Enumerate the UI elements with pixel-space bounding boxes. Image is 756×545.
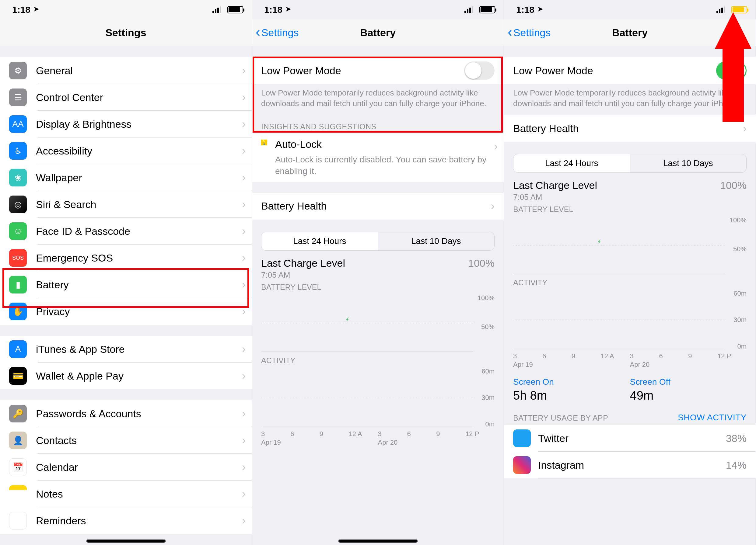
cellular-signal-icon xyxy=(464,6,473,13)
battery-health-row[interactable]: Battery Health › xyxy=(252,193,504,220)
status-bar: 1:18 ➤ xyxy=(252,0,504,19)
app-usage-list: Twitter 38% Instagram 14% xyxy=(504,425,756,478)
reminders-icon: ⋮⋮ xyxy=(9,512,27,529)
settings-group-3: 🔑 Passwords & Accounts › 👤 Contacts › 📅 … xyxy=(0,400,252,534)
red-arrow-annotation xyxy=(715,12,751,122)
chevron-left-icon: ‹ xyxy=(508,25,512,39)
home-indicator[interactable] xyxy=(86,540,166,543)
appstore-icon: A xyxy=(9,340,27,358)
screen-off-value: 49m xyxy=(630,389,747,402)
back-button[interactable]: ‹ Settings xyxy=(508,19,551,46)
settings-row-contacts[interactable]: 👤 Contacts › xyxy=(0,427,252,454)
last-charge-time: 7:05 AM xyxy=(261,271,495,280)
app-usage-row[interactable]: Instagram 14% xyxy=(504,452,756,478)
settings-row-wallet-apple-pay[interactable]: 💳 Wallet & Apple Pay › xyxy=(0,362,252,389)
settings-group-2: A iTunes & App Store › 💳 Wallet & Apple … xyxy=(0,336,252,389)
row-label: Display & Brightness xyxy=(36,118,242,130)
seg-10d[interactable]: Last 10 Days xyxy=(630,154,747,173)
row-label: Contacts xyxy=(36,435,242,446)
sos-icon: SOS xyxy=(9,249,27,267)
low-power-mode-toggle[interactable] xyxy=(464,61,495,80)
chevron-right-icon: › xyxy=(242,343,246,355)
chevron-right-icon: › xyxy=(242,171,246,184)
screen-on-label: Screen On xyxy=(513,377,630,387)
settings-row-privacy[interactable]: ✋ Privacy › xyxy=(0,298,252,325)
settings-row-wallpaper[interactable]: ❀ Wallpaper › xyxy=(0,164,252,191)
settings-row-siri-search[interactable]: ◎ Siri & Search › xyxy=(0,191,252,218)
row-label: Emergency SOS xyxy=(36,252,242,264)
charging-icon: ⚡︎ xyxy=(345,316,349,323)
battery-icon xyxy=(479,6,495,13)
chart-title: ACTIVITY xyxy=(261,356,495,365)
chevron-right-icon: › xyxy=(242,461,246,473)
settings-row-emergency-sos[interactable]: SOS Emergency SOS › xyxy=(0,245,252,271)
page-title: Battery xyxy=(360,27,396,39)
seg-24h[interactable]: Last 24 Hours xyxy=(513,154,630,173)
wallpaper-icon: ❀ xyxy=(9,169,27,187)
status-time: 1:18 xyxy=(12,5,30,15)
chevron-left-icon: ‹ xyxy=(256,25,260,39)
back-button[interactable]: ‹ Settings xyxy=(256,19,299,46)
seg-24h[interactable]: Last 24 Hours xyxy=(261,232,378,250)
bulb-icon: 💡 xyxy=(261,140,267,145)
low-power-mode-label: Low Power Mode xyxy=(513,65,593,77)
chevron-right-icon: › xyxy=(242,252,246,264)
navbar: ‹ Settings Battery xyxy=(252,19,504,46)
chart-title: BATTERY LEVEL xyxy=(261,283,495,292)
battery-icon xyxy=(227,6,243,13)
insight-auto-lock[interactable]: 💡 Auto-Lock Auto-Lock is currently disab… xyxy=(252,134,504,182)
seg-10d[interactable]: Last 10 Days xyxy=(378,232,495,250)
settings-row-reminders[interactable]: ⋮⋮ Reminders › xyxy=(0,507,252,534)
screenshot-1-settings: 1:18 ➤ Settings ⚙︎ General › ☰ Control C… xyxy=(0,0,252,545)
battery-health-label: Battery Health xyxy=(261,200,327,212)
settings-row-display-brightness[interactable]: AA Display & Brightness › xyxy=(0,111,252,138)
chevron-right-icon: › xyxy=(242,145,246,157)
accessibility-icon: ♿︎ xyxy=(9,142,27,160)
back-label: Settings xyxy=(513,27,551,39)
settings-row-accessibility[interactable]: ♿︎ Accessibility › xyxy=(0,138,252,164)
home-indicator[interactable] xyxy=(338,540,418,543)
row-label: Calendar xyxy=(36,461,242,473)
app-usage-row[interactable]: Twitter 38% xyxy=(504,425,756,452)
time-range-segmented[interactable]: Last 24 Hours Last 10 Days xyxy=(261,232,495,251)
chevron-right-icon: › xyxy=(743,122,747,135)
last-charge-block: Last Charge Level 100% 7:05 AM xyxy=(504,175,756,204)
app-name: Twitter xyxy=(538,432,726,444)
screen-on-off-summary: Screen On 5h 8m Screen Off 49m xyxy=(504,372,756,405)
settings-row-notes[interactable]: Notes › xyxy=(0,480,252,507)
low-power-mode-description: Low Power Mode temporarily reduces backg… xyxy=(252,84,504,115)
chevron-right-icon: › xyxy=(242,434,246,447)
app-pct: 14% xyxy=(726,459,747,471)
battery-level-chart: BATTERY LEVEL ⚡︎ 100%50% xyxy=(504,204,756,277)
chevron-right-icon: › xyxy=(242,64,246,77)
screen-on-value: 5h 8m xyxy=(513,389,630,402)
settings-row-battery[interactable]: ▮ Battery › xyxy=(0,271,252,298)
chevron-right-icon: › xyxy=(242,198,246,211)
show-activity-link[interactable]: SHOW ACTIVITY xyxy=(678,413,747,422)
insight-title: Auto-Lock xyxy=(275,138,494,150)
control-center-icon: ☰ xyxy=(9,89,27,106)
row-label: Passwords & Accounts xyxy=(36,408,242,420)
chevron-right-icon: › xyxy=(242,118,246,131)
display-icon: AA xyxy=(9,115,27,133)
time-range-segmented[interactable]: Last 24 Hours Last 10 Days xyxy=(513,154,747,173)
insight-desc: Auto-Lock is currently disabled. You can… xyxy=(275,154,494,177)
settings-row-control-center[interactable]: ☰ Control Center › xyxy=(0,84,252,111)
settings-row-face-id-passcode[interactable]: ☺︎ Face ID & Passcode › xyxy=(0,218,252,245)
chevron-right-icon: › xyxy=(494,140,498,153)
settings-row-calendar[interactable]: 📅 Calendar › xyxy=(0,454,252,480)
row-label: iTunes & App Store xyxy=(36,343,242,355)
chart-title: ACTIVITY xyxy=(513,278,747,287)
row-label: Notes xyxy=(36,488,242,500)
app-icon xyxy=(513,429,531,447)
low-power-mode-row[interactable]: Low Power Mode xyxy=(252,57,504,84)
settings-row-itunes-app-store[interactable]: A iTunes & App Store › xyxy=(0,336,252,362)
settings-row-general[interactable]: ⚙︎ General › xyxy=(0,57,252,84)
screenshot-3-battery-lpm-on: 1:18 ➤ ‹ Settings Battery Low Power Mode… xyxy=(504,0,756,545)
row-label: Accessibility xyxy=(36,145,242,157)
app-pct: 38% xyxy=(726,432,747,444)
calendar-icon: 📅 xyxy=(9,458,27,476)
settings-row-passwords-accounts[interactable]: 🔑 Passwords & Accounts › xyxy=(0,400,252,427)
app-name: Instagram xyxy=(538,459,726,471)
chevron-right-icon: › xyxy=(491,200,495,213)
